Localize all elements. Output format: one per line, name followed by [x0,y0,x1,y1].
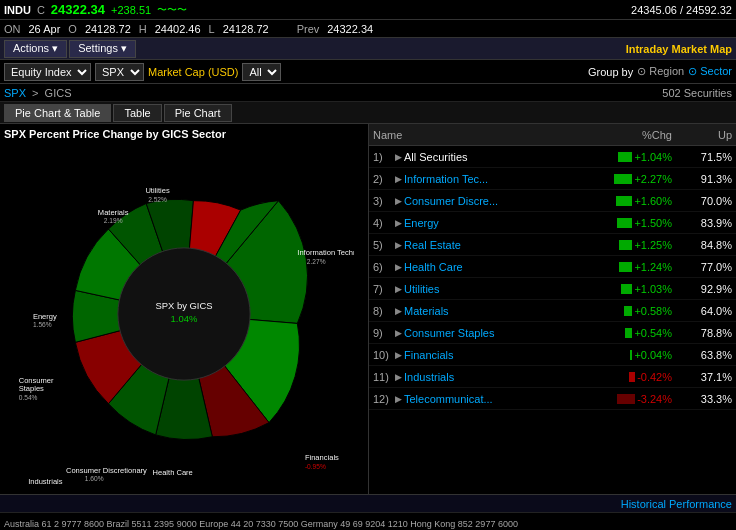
row-pchg-value: +1.04% [634,151,672,163]
table-row[interactable]: 8)▶Materials+0.58%64.0% [369,300,736,322]
row-bar-cell: +1.50% [602,217,672,229]
table-row[interactable]: 5)▶Real Estate+1.25%84.8% [369,234,736,256]
row-expand-icon[interactable]: ▶ [395,350,402,360]
row-sector-name[interactable]: Consumer Discre... [404,195,498,207]
row-expand-icon[interactable]: ▶ [395,262,402,272]
breadcrumb-spx[interactable]: SPX [4,87,26,99]
tabs-bar: Pie Chart & Table Table Pie Chart [0,102,736,124]
pie-chart: SPX by GICS 1.04% Utilities 2.52% Materi… [14,144,354,484]
l-val: 24128.72 [223,23,269,35]
market-cap-label: Market Cap (USD) [148,66,238,78]
row-sector-name[interactable]: Real Estate [404,239,461,251]
row-number: 8) [373,305,393,317]
row-name-cell: 2)▶Information Tec... [373,173,602,185]
row-name-cell: 11)▶Industrials [373,371,602,383]
h-val: 24402.46 [155,23,201,35]
actions-button[interactable]: Actions ▾ [4,40,67,58]
row-sector-name[interactable]: Telecommunicat... [404,393,493,405]
table-row[interactable]: 7)▶Utilities+1.03%92.9% [369,278,736,300]
tab-pie-table[interactable]: Pie Chart & Table [4,104,111,122]
row-bar-cell: +1.25% [602,239,672,251]
row-sector-name[interactable]: Health Care [404,261,463,273]
equity-index-select[interactable]: Equity Index [4,63,91,81]
svg-text:1.60%: 1.60% [85,475,104,482]
row-number: 10) [373,349,393,361]
row-expand-icon[interactable]: ▶ [395,284,402,294]
row-number: 4) [373,217,393,229]
h-label: H [139,23,147,35]
breadcrumb-gics: GICS [45,87,72,99]
svg-text:Health Care: Health Care [153,468,193,477]
row-up-value: 83.9% [672,217,732,229]
row-expand-icon[interactable]: ▶ [395,372,402,382]
sparkline-icon: 〜〜〜 [157,3,187,17]
table-row[interactable]: 1)▶All Securities+1.04%71.5% [369,146,736,168]
row-expand-icon[interactable]: ▶ [395,174,402,184]
svg-text:1.04%: 1.04% [171,313,198,324]
ticker-price: 24322.34 [51,2,105,17]
svg-text:-0.95%: -0.95% [305,463,326,470]
table-row[interactable]: 9)▶Consumer Staples+0.54%78.8% [369,322,736,344]
row-expand-icon[interactable]: ▶ [395,218,402,228]
table-row[interactable]: 10)▶Financials+0.04%63.8% [369,344,736,366]
row-expand-icon[interactable]: ▶ [395,196,402,206]
row-expand-icon[interactable]: ▶ [395,306,402,316]
row-bar-indicator [616,196,632,206]
groupby-label: Group by [588,66,633,78]
row-pchg-value: -3.24% [637,393,672,405]
row-sector-name[interactable]: Energy [404,217,439,229]
sector-radio[interactable]: ⊙ Sector [688,65,732,78]
row-sector-name[interactable]: Utilities [404,283,439,295]
table-header: Name %Chg Up [369,124,736,146]
svg-text:Information Technology: Information Technology [297,248,354,257]
chart-area: SPX Percent Price Change by GICS Sector [0,124,368,494]
row-number: 6) [373,261,393,273]
row-up-value: 70.0% [672,195,732,207]
row-sector-name[interactable]: Industrials [404,371,454,383]
table-row[interactable]: 4)▶Energy+1.50%83.9% [369,212,736,234]
settings-button[interactable]: Settings ▾ [69,40,136,58]
row-name-cell: 8)▶Materials [373,305,602,317]
row-number: 12) [373,393,393,405]
table-row[interactable]: 2)▶Information Tec...+2.27%91.3% [369,168,736,190]
region-radio[interactable]: ⊙ Region [637,65,684,78]
table-row[interactable]: 6)▶Health Care+1.24%77.0% [369,256,736,278]
table-row[interactable]: 11)▶Industrials-0.42%37.1% [369,366,736,388]
row-sector-name[interactable]: All Securities [404,151,468,163]
row-bar-indicator [619,262,632,272]
table-row[interactable]: 12)▶Telecommunicat...-3.24%33.3% [369,388,736,410]
svg-text:2.27%: 2.27% [307,258,326,265]
row-sector-name[interactable]: Consumer Staples [404,327,495,339]
row-pchg-value: +0.54% [634,327,672,339]
row-sector-name[interactable]: Financials [404,349,454,361]
prev-label: Prev [297,23,320,35]
ticker-symbol: INDU [4,4,31,16]
row-up-value: 33.3% [672,393,732,405]
row-pchg-value: +1.60% [634,195,672,207]
table-rows: 1)▶All Securities+1.04%71.5%2)▶Informati… [369,146,736,410]
main-content: SPX Percent Price Change by GICS Sector [0,124,736,494]
row-up-value: 77.0% [672,261,732,273]
tab-pie[interactable]: Pie Chart [164,104,232,122]
row-bar-indicator [621,284,632,294]
row-pchg-value: +1.25% [634,239,672,251]
row-bar-cell: -0.42% [602,371,672,383]
row-number: 7) [373,283,393,295]
row-sector-name[interactable]: Materials [404,305,449,317]
row-name-cell: 3)▶Consumer Discre... [373,195,602,207]
tab-table[interactable]: Table [113,104,161,122]
row-expand-icon[interactable]: ▶ [395,152,402,162]
svg-text:2.19%: 2.19% [104,217,123,224]
securities-count: 502 Securities [662,87,732,99]
row-up-value: 91.3% [672,173,732,185]
row-sector-name[interactable]: Information Tec... [404,173,488,185]
row-expand-icon[interactable]: ▶ [395,240,402,250]
spx-select[interactable]: SPX [95,63,144,81]
table-row[interactable]: 3)▶Consumer Discre...+1.60%70.0% [369,190,736,212]
ticker-c-label: C [37,4,45,16]
row-expand-icon[interactable]: ▶ [395,394,402,404]
row-expand-icon[interactable]: ▶ [395,328,402,338]
historical-performance-link[interactable]: Historical Performance [621,498,732,510]
all-select[interactable]: All [242,63,281,81]
svg-text:Consumer Discretionary: Consumer Discretionary [66,466,147,475]
